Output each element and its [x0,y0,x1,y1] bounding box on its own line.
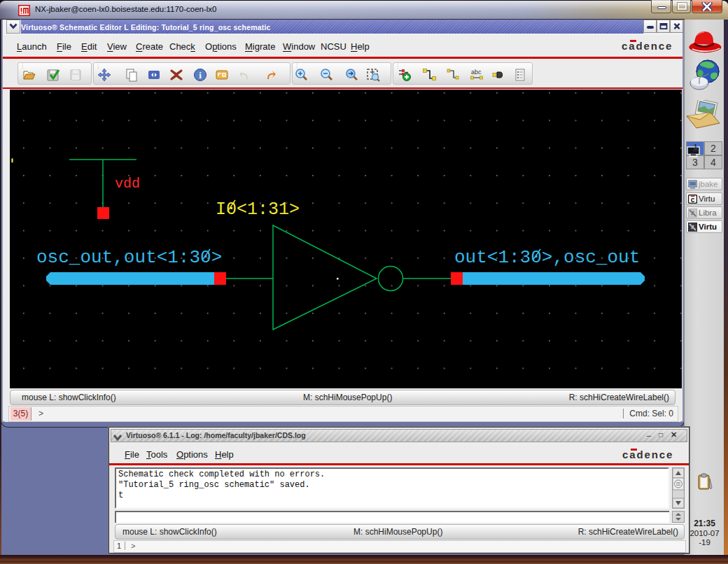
svg-text:out<1:30>,osc_out: out<1:30>,osc_out [454,247,640,268]
svg-text:i: i [199,70,202,80]
svg-text:vdd: vdd [115,176,140,192]
svg-text:c: c [691,196,695,204]
svg-text:abc: abc [471,69,482,76]
svg-text:osc_out,out<1:30>: osc_out,out<1:30> [36,247,222,268]
